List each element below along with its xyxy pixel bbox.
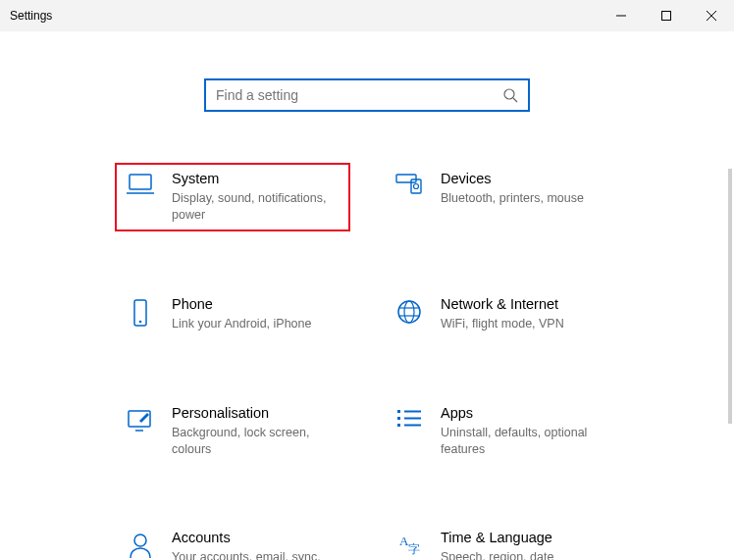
tile-desc: Display, sound, notifications, power: [172, 190, 342, 224]
tile-title: Time & Language: [441, 530, 553, 545]
tile-network[interactable]: Network & Internet WiFi, flight mode, VP…: [384, 288, 619, 340]
tile-title: Network & Internet: [441, 296, 564, 312]
tile-desc: Bluetooth, printers, mouse: [441, 190, 584, 207]
svg-text:字: 字: [408, 542, 420, 556]
tile-system[interactable]: System Display, sound, notifications, po…: [115, 163, 350, 231]
vertical-scrollbar[interactable]: [728, 169, 732, 424]
tile-phone[interactable]: Phone Link your Android, iPhone: [115, 288, 350, 340]
apps-icon: [392, 407, 427, 431]
tile-time-language[interactable]: A字 Time & Language Speech, region, date: [384, 522, 619, 560]
close-icon: [707, 11, 716, 21]
globe-icon: [392, 298, 427, 326]
search-input[interactable]: [216, 87, 502, 103]
minimize-icon: [616, 11, 626, 21]
minimize-button[interactable]: [599, 0, 644, 31]
tile-desc: Uninstall, defaults, optional features: [441, 425, 611, 458]
svg-rect-21: [397, 424, 400, 427]
tile-devices[interactable]: Devices Bluetooth, printers, mouse: [384, 163, 619, 231]
tile-title: Personalisation: [172, 405, 342, 421]
window-title: Settings: [10, 9, 52, 23]
svg-point-4: [504, 89, 514, 99]
laptop-icon: [123, 173, 158, 196]
tile-apps[interactable]: Apps Uninstall, defaults, optional featu…: [384, 397, 619, 466]
tile-personalisation[interactable]: Personalisation Background, lock screen,…: [115, 397, 350, 466]
svg-rect-8: [396, 175, 416, 182]
svg-point-14: [404, 301, 414, 323]
content-area: System Display, sound, notifications, po…: [0, 31, 734, 560]
tile-title: Accounts: [172, 530, 342, 545]
svg-rect-1: [662, 12, 671, 21]
tile-accounts[interactable]: Accounts Your accounts, email, sync, wor…: [115, 522, 350, 560]
tile-desc: Background, lock screen, colours: [172, 425, 342, 458]
person-icon: [123, 532, 158, 559]
svg-rect-6: [130, 175, 151, 189]
tile-title: Devices: [441, 171, 584, 186]
tile-title: System: [172, 171, 342, 186]
maximize-button[interactable]: [644, 0, 689, 31]
svg-point-13: [398, 301, 420, 323]
tile-title: Phone: [172, 296, 311, 312]
search-icon: [502, 87, 518, 103]
phone-icon: [123, 298, 158, 328]
svg-point-12: [139, 320, 142, 323]
tile-desc: WiFi, flight mode, VPN: [441, 316, 564, 332]
settings-grid: System Display, sound, notifications, po…: [0, 163, 734, 560]
tile-title: Apps: [441, 405, 611, 421]
personalise-icon: [123, 407, 158, 433]
titlebar: Settings: [0, 0, 734, 31]
svg-point-10: [414, 184, 419, 189]
svg-point-25: [134, 535, 146, 546]
maximize-icon: [661, 11, 671, 21]
search-box[interactable]: [204, 78, 530, 112]
search-region: [0, 78, 734, 112]
svg-line-5: [513, 98, 517, 102]
window-controls: [599, 0, 734, 31]
language-icon: A字: [392, 532, 427, 557]
svg-rect-19: [397, 410, 400, 413]
settings-window: Settings: [0, 0, 734, 560]
tile-desc: Your accounts, email, sync, work, family: [172, 549, 342, 560]
tile-desc: Speech, region, date: [441, 549, 553, 560]
tile-desc: Link your Android, iPhone: [172, 316, 311, 332]
close-button[interactable]: [689, 0, 734, 31]
svg-rect-20: [397, 417, 400, 420]
devices-icon: [392, 173, 427, 196]
